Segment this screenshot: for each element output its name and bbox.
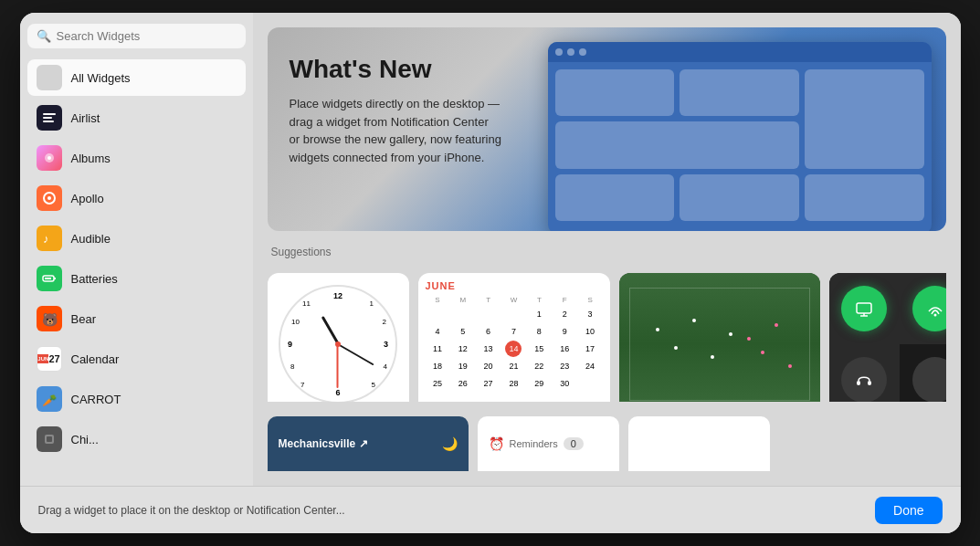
sidebar-item-chip[interactable]: Chi...	[27, 421, 246, 457]
sidebar-item-label: All Widgets	[71, 71, 131, 85]
controls-widget[interactable]	[829, 273, 946, 402]
svg-rect-9	[54, 278, 56, 279]
sidebar-item-albums[interactable]: Albums	[27, 140, 246, 176]
clock-widget[interactable]: 12 3 6 9 1 11 2 10 5 7 4 8	[268, 273, 409, 402]
cal-day-empty	[505, 306, 522, 322]
clock-num-1: 1	[370, 299, 374, 308]
cal-day-16: 16	[556, 341, 573, 357]
bear-icon: 🐻	[37, 306, 62, 331]
done-button[interactable]: Done	[875, 497, 942, 524]
clock-num-9: 9	[288, 340, 292, 349]
preview-widget-7	[805, 174, 924, 221]
sports-widget[interactable]	[619, 273, 820, 402]
player-dot-2	[674, 346, 678, 350]
preview-widget-6	[680, 174, 799, 221]
cal-day-20: 20	[480, 358, 497, 374]
preview-widget-5	[555, 174, 675, 221]
cal-day-25: 25	[429, 375, 446, 392]
preview-dot-1	[555, 48, 563, 56]
search-icon: 🔍	[37, 29, 51, 43]
cal-day-17: 17	[582, 341, 598, 357]
field-lines	[629, 288, 810, 401]
cal-day-1: 1	[531, 306, 547, 322]
cal-day-empty	[429, 306, 446, 322]
reminders-widget-partial[interactable]: ⏰ Reminders 0	[478, 416, 619, 471]
preview-widget-4	[555, 121, 799, 168]
sidebar-item-calendar[interactable]: JUN 27 Calendar	[27, 341, 246, 377]
cal-day-4: 4	[429, 323, 446, 340]
cal-day-21: 21	[505, 358, 522, 374]
cal-day-empty	[455, 306, 471, 322]
headphones-control	[829, 344, 901, 402]
cal-day-9: 9	[556, 323, 573, 340]
sidebar-item-label: Audible	[71, 232, 111, 246]
bottom-text: Drag a widget to place it on the desktop…	[38, 504, 345, 517]
sidebar-item-label: Batteries	[71, 272, 118, 286]
preview-titlebar	[548, 42, 932, 62]
svg-rect-10	[45, 278, 51, 279]
partial-widgets-row: Mechanicsville ↗ 🌙 ⏰ Reminders 0	[268, 416, 946, 471]
svg-rect-19	[857, 381, 860, 385]
search-bar[interactable]: 🔍	[27, 24, 246, 48]
modal-container: 🔍 All Widgets Airlist	[20, 13, 961, 533]
calendar-widget[interactable]: JUNE S M T W T F S	[418, 273, 610, 402]
calendar-month: JUNE	[426, 280, 456, 291]
sidebar-item-batteries[interactable]: Batteries	[27, 260, 246, 297]
clock-num-12: 12	[333, 291, 342, 300]
cal-day-23: 23	[556, 358, 573, 374]
hero-title: What's New	[290, 55, 545, 84]
suggestions-label: Suggestions	[268, 246, 946, 258]
sidebar-item-all-widgets[interactable]: All Widgets	[27, 59, 246, 96]
hour-hand	[321, 316, 339, 345]
clock-num-7: 7	[300, 381, 304, 389]
sidebar-item-airlist[interactable]: Airlist	[27, 100, 246, 136]
svg-text:🥕: 🥕	[42, 393, 58, 407]
clock-num-4: 4	[384, 362, 387, 371]
batteries-icon	[37, 266, 62, 291]
player-dot-6	[747, 337, 751, 341]
cal-day-empty	[480, 306, 497, 322]
clock-face: 12 3 6 9 1 11 2 10 5 7 4 8	[279, 285, 397, 402]
chip-icon	[37, 426, 62, 452]
hero-section: What's New Place widgets directly on the…	[268, 27, 946, 231]
headphones-circle	[841, 357, 887, 402]
preview-dot-3	[579, 48, 586, 56]
search-input[interactable]	[57, 29, 237, 43]
second-hand	[337, 344, 339, 388]
sidebar-item-audible[interactable]: ♪ Audible	[27, 220, 246, 257]
cal-day-6: 6	[480, 323, 497, 340]
calendar-header: JUNE	[426, 280, 603, 291]
sidebar-item-label: Bear	[71, 312, 96, 326]
cal-day-header-m: M	[450, 295, 475, 305]
airlist-icon	[37, 105, 62, 131]
albums-icon	[37, 145, 62, 171]
clock-num-11: 11	[302, 299, 311, 308]
weather-widget-partial[interactable]: Mechanicsville ↗ 🌙	[268, 416, 469, 471]
carrot-icon: 🥕	[37, 386, 62, 412]
location-arrow-icon: ↗	[359, 437, 368, 450]
cal-day-7: 7	[505, 323, 522, 340]
minute-hand	[338, 343, 374, 365]
cal-day-14-today: 14	[505, 341, 522, 357]
cal-day-18: 18	[429, 358, 446, 374]
player-dot-1	[656, 328, 659, 331]
preview-dot-2	[567, 48, 574, 56]
cal-day-header-s2: S	[578, 295, 603, 305]
player-dot-4	[711, 355, 714, 359]
cal-day-22: 22	[531, 358, 547, 374]
clock-num-2: 2	[383, 318, 386, 326]
svg-text:🐻: 🐻	[42, 312, 58, 327]
calendar-icon: JUN 27	[37, 346, 62, 372]
cal-day-27: 27	[480, 375, 497, 392]
sidebar-item-bear[interactable]: 🐻 Bear	[27, 300, 246, 337]
sidebar-item-apollo[interactable]: Apollo	[27, 180, 246, 216]
preview-widget-3	[805, 69, 924, 169]
cal-day-19: 19	[455, 358, 471, 374]
svg-rect-2	[43, 121, 54, 122]
cal-day-2: 2	[556, 306, 573, 322]
airplay-circle	[912, 286, 946, 331]
preview-widget-1	[555, 69, 675, 116]
sidebar-item-carrot[interactable]: 🥕 CARROT	[27, 381, 246, 417]
sidebar-item-label: Airlist	[71, 111, 100, 125]
sidebar-item-label: CARROT	[71, 393, 121, 406]
